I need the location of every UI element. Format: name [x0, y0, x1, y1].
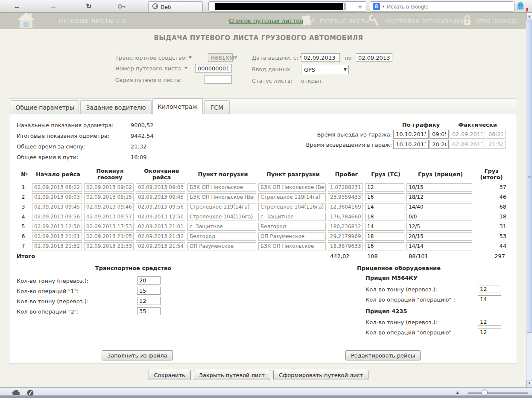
trip-end-input[interactable] — [136, 203, 185, 211]
vehicle-tons2-input[interactable] — [137, 297, 161, 305]
trailer1-ops-input[interactable] — [478, 295, 501, 303]
browser-tab[interactable]: Веб — [148, 1, 203, 12]
vehicle-tons-input[interactable] — [137, 276, 161, 285]
trip-start-input[interactable] — [32, 183, 82, 192]
sidebar-panel-icon[interactable]: 0 — [516, 1, 527, 12]
garage-return-planned-date-input[interactable] — [393, 140, 429, 149]
zoom-menu-arrow-icon[interactable]: ▲ — [456, 390, 459, 395]
back-icon[interactable] — [12, 1, 23, 12]
vehicle-ops1-input[interactable] — [137, 287, 161, 295]
trip-unload-point-input[interactable] — [258, 183, 326, 192]
trip-geo-exit-input[interactable] — [84, 183, 134, 192]
bookmark-star-icon[interactable]: ★ — [357, 3, 363, 11]
trip-geo-exit-input[interactable] — [84, 232, 134, 241]
trip-start-input[interactable] — [32, 223, 82, 231]
trip-distance-input[interactable] — [328, 183, 363, 192]
key-icon[interactable] — [116, 1, 127, 12]
trip-unload-point-input[interactable] — [258, 242, 326, 250]
garage-return-planned-time-input[interactable] — [430, 140, 449, 149]
trip-start-input[interactable] — [32, 242, 82, 250]
trip-geo-exit-input[interactable] — [84, 242, 134, 250]
trip-load-point-input[interactable] — [187, 232, 256, 241]
trip-distance-input[interactable] — [328, 203, 363, 211]
tab-kilometrage[interactable]: Километраж — [152, 99, 203, 114]
trip-distance-input[interactable] — [328, 193, 363, 201]
nav-item-waybills[interactable]: ПУТЕВЫЕ ЛИСТЫ — [301, 13, 369, 29]
waybill-series-input[interactable] — [205, 75, 232, 84]
trip-geo-exit-input[interactable] — [84, 213, 134, 221]
trip-unload-point-input[interactable] — [258, 223, 326, 231]
tab-general-params[interactable]: Общие параметры — [11, 100, 79, 114]
vehicle-select[interactable]: К681ХМ▼ — [208, 53, 233, 62]
fill-from-file-button[interactable]: Заполнить из файла — [102, 350, 173, 360]
trip-start-input[interactable] — [32, 232, 82, 241]
nav-link-waybill-list[interactable]: Список путевых листов — [229, 17, 303, 24]
garage-exit-planned-date-input[interactable] — [393, 130, 429, 139]
nav-item-organization-settings[interactable]: НАСТРОЙКИ ОРГАНИЗАЦИИ — [368, 13, 465, 29]
tab-gsm[interactable]: ГСМ — [204, 100, 230, 114]
trip-load-point-input[interactable] — [187, 223, 256, 231]
save-button[interactable]: Сохранить — [149, 370, 191, 380]
trip-end-input[interactable] — [136, 213, 185, 221]
trip-geo-exit-input[interactable] — [84, 193, 134, 201]
trip-load-point-input[interactable] — [187, 193, 256, 201]
trip-cargo-vehicle-input[interactable] — [365, 193, 404, 201]
trip-cargo-trailer-input[interactable] — [406, 183, 472, 192]
trip-load-point-input[interactable] — [187, 242, 256, 250]
garage-exit-planned-time-input[interactable] — [430, 130, 449, 139]
trip-cargo-trailer-input[interactable] — [406, 223, 472, 231]
nav-item-logout[interactable]: STAS [ВЫХОД] — [462, 13, 518, 29]
trip-end-input[interactable] — [136, 232, 185, 241]
vertical-scrollbar[interactable]: ▲ ▼ — [526, 13, 532, 387]
trip-cargo-trailer-input[interactable] — [406, 242, 472, 250]
trip-cargo-vehicle-input[interactable] — [365, 213, 404, 221]
scroll-up-icon[interactable]: ▲ — [526, 13, 532, 20]
trip-cargo-vehicle-input[interactable] — [365, 223, 404, 231]
trip-distance-input[interactable] — [328, 232, 363, 241]
edit-trips-button[interactable]: Редактировать рейсы — [345, 350, 421, 360]
trip-geo-exit-input[interactable] — [84, 223, 134, 231]
trip-start-input[interactable] — [32, 213, 82, 221]
trip-distance-input[interactable] — [328, 242, 363, 250]
trailer2-tons-input[interactable] — [478, 318, 501, 326]
trip-start-input[interactable] — [32, 193, 82, 201]
scrollbar-thumb[interactable] — [527, 20, 532, 333]
vehicle-ops2-input[interactable] — [137, 307, 161, 315]
address-bar[interactable]: ★ — [208, 1, 366, 12]
trailer2-ops-input[interactable] — [478, 328, 501, 336]
trip-end-input[interactable] — [136, 193, 185, 201]
trip-load-point-input[interactable] — [187, 203, 256, 211]
trip-geo-exit-input[interactable] — [84, 203, 134, 211]
trip-cargo-trailer-input[interactable] — [406, 203, 472, 211]
waybill-number-input[interactable] — [195, 64, 232, 73]
trip-distance-input[interactable] — [328, 213, 363, 221]
search-engine-caret-icon[interactable]: ▼ — [382, 5, 385, 9]
tab-driver-task[interactable]: Задание водителю — [80, 100, 152, 114]
scroll-down-icon[interactable]: ▼ — [526, 380, 532, 387]
trip-unload-point-input[interactable] — [258, 193, 326, 201]
generate-waybill-button[interactable]: Сформировать путевой лист — [273, 370, 368, 380]
trip-end-input[interactable] — [136, 242, 185, 250]
trailer1-tons-input[interactable] — [478, 285, 501, 293]
reload-icon[interactable] — [83, 1, 94, 12]
home-icon[interactable] — [16, 12, 36, 31]
trip-start-input[interactable] — [32, 203, 82, 211]
issue-date-to-input[interactable] — [356, 53, 392, 62]
trip-cargo-trailer-input[interactable] — [406, 232, 472, 241]
trip-cargo-trailer-input[interactable] — [406, 213, 472, 221]
trip-end-input[interactable] — [136, 223, 185, 231]
trip-cargo-vehicle-input[interactable] — [365, 183, 404, 192]
trip-unload-point-input[interactable] — [258, 213, 326, 221]
trip-distance-input[interactable] — [328, 223, 363, 231]
close-waybill-button[interactable]: Закрыть путевой лист — [194, 370, 270, 380]
forward-icon[interactable] — [48, 1, 59, 12]
zoom-slider-handle[interactable] — [482, 389, 488, 395]
google-search-box[interactable]: 8 ▼ — [370, 1, 514, 12]
google-search-input[interactable] — [387, 3, 512, 10]
trip-cargo-vehicle-input[interactable] — [365, 242, 404, 250]
trip-end-input[interactable] — [136, 183, 185, 192]
trip-cargo-vehicle-input[interactable] — [365, 232, 404, 241]
zoom-slider-track[interactable] — [468, 392, 529, 394]
trip-load-point-input[interactable] — [187, 213, 256, 221]
data-input-select[interactable]: GPS▼ — [301, 65, 349, 74]
